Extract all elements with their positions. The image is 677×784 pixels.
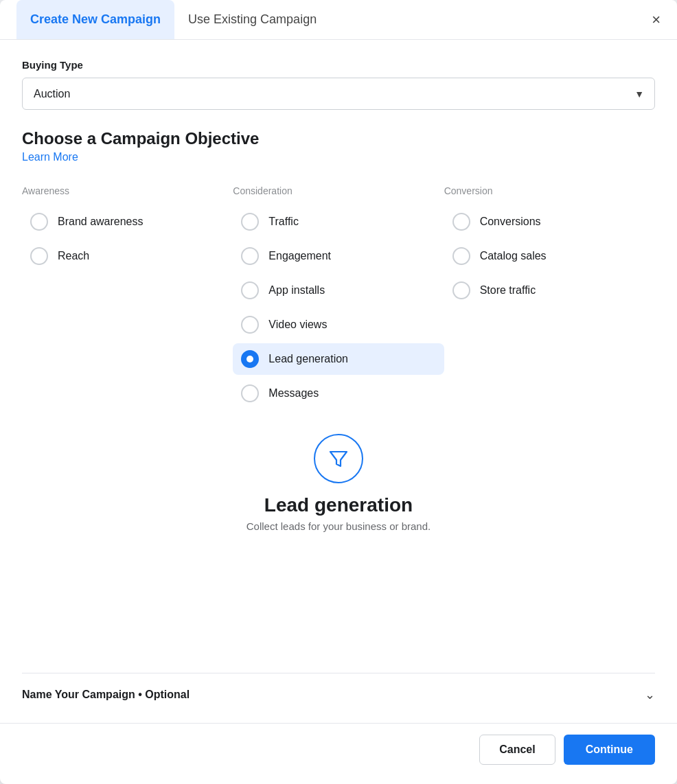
obj-label-messages: Messages (268, 387, 319, 400)
obj-item-reach[interactable]: Reach (22, 240, 233, 272)
obj-item-traffic[interactable]: Traffic (233, 206, 444, 238)
close-button[interactable]: × (652, 12, 661, 27)
radio-lead-generation (241, 350, 259, 368)
name-campaign-label: Name Your Campaign • Optional (22, 689, 190, 701)
radio-conversions (452, 213, 470, 231)
buying-type-select[interactable]: Auction Reach and Frequency (22, 78, 655, 110)
tab-create-new-campaign[interactable]: Create New Campaign (16, 0, 174, 39)
campaign-objective-section: Choose a Campaign Objective Learn More A… (22, 129, 655, 412)
radio-app-installs (241, 281, 259, 299)
continue-button[interactable]: Continue (564, 735, 655, 765)
obj-label-app-installs: App installs (268, 284, 325, 297)
obj-label-engagement: Engagement (268, 250, 331, 262)
awareness-category-label: Awareness (22, 185, 233, 196)
modal-header: Create New Campaign Use Existing Campaig… (0, 0, 677, 40)
obj-label-lead-generation: Lead generation (268, 353, 348, 365)
obj-item-app-installs[interactable]: App installs (233, 275, 444, 306)
funnel-icon (326, 446, 351, 471)
name-campaign-section[interactable]: Name Your Campaign • Optional ⌄ (22, 673, 655, 709)
obj-item-brand-awareness[interactable]: Brand awareness (22, 206, 233, 238)
objective-title: Choose a Campaign Objective (22, 129, 655, 148)
obj-label-brand-awareness: Brand awareness (58, 216, 144, 228)
selected-objective-description: Collect leads for your business or brand… (246, 520, 431, 532)
conversion-category-label: Conversion (444, 185, 655, 196)
radio-brand-awareness (30, 213, 48, 231)
obj-item-engagement[interactable]: Engagement (233, 240, 444, 272)
buying-type-section: Buying Type Auction Reach and Frequency … (22, 59, 655, 129)
objective-grid: Awareness Brand awareness Reach Consider… (22, 185, 655, 412)
tab-use-existing-campaign[interactable]: Use Existing Campaign (174, 0, 330, 39)
awareness-column: Awareness Brand awareness Reach (22, 185, 233, 412)
radio-traffic (241, 213, 259, 231)
consideration-category-label: Consideration (233, 185, 444, 196)
obj-item-conversions[interactable]: Conversions (444, 206, 655, 238)
radio-catalog-sales (452, 247, 470, 265)
modal-create-campaign: Create New Campaign Use Existing Campaig… (0, 0, 677, 784)
radio-video-views (241, 316, 259, 334)
selected-objective-title: Lead generation (264, 494, 413, 516)
radio-engagement (241, 247, 259, 265)
buying-type-label: Buying Type (22, 59, 655, 71)
lead-generation-icon-circle (314, 434, 363, 483)
radio-messages (241, 384, 259, 402)
radio-reach (30, 247, 48, 265)
obj-item-lead-generation[interactable]: Lead generation (233, 343, 444, 375)
obj-label-conversions: Conversions (480, 216, 541, 228)
radio-store-traffic (452, 281, 470, 299)
obj-label-traffic: Traffic (268, 216, 299, 228)
obj-label-catalog-sales: Catalog sales (480, 250, 547, 262)
modal-footer: Cancel Continue (0, 723, 677, 784)
obj-item-video-views[interactable]: Video views (233, 309, 444, 341)
conversion-column: Conversion Conversions Catalog sales Sto… (444, 185, 655, 412)
selected-objective-display: Lead generation Collect leads for your b… (22, 434, 655, 532)
learn-more-link[interactable]: Learn More (22, 151, 78, 163)
obj-label-reach: Reach (58, 250, 89, 262)
obj-label-video-views: Video views (268, 319, 327, 331)
obj-label-store-traffic: Store traffic (480, 284, 536, 297)
obj-item-messages[interactable]: Messages (233, 378, 444, 409)
cancel-button[interactable]: Cancel (479, 735, 555, 765)
consideration-column: Consideration Traffic Engagement App ins… (233, 185, 444, 412)
buying-type-dropdown-wrapper: Auction Reach and Frequency ▼ (22, 78, 655, 110)
obj-item-store-traffic[interactable]: Store traffic (444, 275, 655, 306)
chevron-down-icon: ⌄ (645, 687, 655, 702)
modal-body: Buying Type Auction Reach and Frequency … (0, 40, 677, 723)
obj-item-catalog-sales[interactable]: Catalog sales (444, 240, 655, 272)
